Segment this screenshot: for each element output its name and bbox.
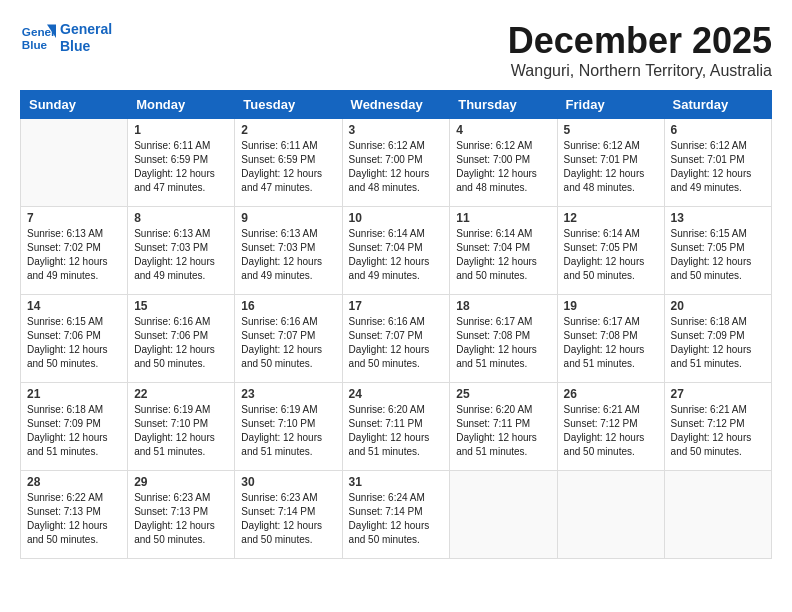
day-number: 22 [134,387,228,401]
calendar-cell: 13Sunrise: 6:15 AM Sunset: 7:05 PM Dayli… [664,207,771,295]
day-number: 20 [671,299,765,313]
logo-general: General [60,21,112,37]
day-number: 1 [134,123,228,137]
day-number: 28 [27,475,121,489]
day-number: 24 [349,387,444,401]
page-header: General Blue General Blue December 2025 … [20,20,772,80]
day-info: Sunrise: 6:16 AM Sunset: 7:06 PM Dayligh… [134,315,228,371]
calendar-cell: 1Sunrise: 6:11 AM Sunset: 6:59 PM Daylig… [128,119,235,207]
day-info: Sunrise: 6:14 AM Sunset: 7:04 PM Dayligh… [456,227,550,283]
calendar-week-4: 21Sunrise: 6:18 AM Sunset: 7:09 PM Dayli… [21,383,772,471]
day-info: Sunrise: 6:24 AM Sunset: 7:14 PM Dayligh… [349,491,444,547]
calendar-cell: 23Sunrise: 6:19 AM Sunset: 7:10 PM Dayli… [235,383,342,471]
day-info: Sunrise: 6:13 AM Sunset: 7:03 PM Dayligh… [241,227,335,283]
calendar-cell: 17Sunrise: 6:16 AM Sunset: 7:07 PM Dayli… [342,295,450,383]
day-number: 4 [456,123,550,137]
day-number: 12 [564,211,658,225]
calendar-cell: 16Sunrise: 6:16 AM Sunset: 7:07 PM Dayli… [235,295,342,383]
location-subtitle: Wanguri, Northern Territory, Australia [508,62,772,80]
day-number: 10 [349,211,444,225]
day-number: 17 [349,299,444,313]
calendar-cell: 2Sunrise: 6:11 AM Sunset: 6:59 PM Daylig… [235,119,342,207]
day-number: 31 [349,475,444,489]
day-number: 23 [241,387,335,401]
day-info: Sunrise: 6:13 AM Sunset: 7:02 PM Dayligh… [27,227,121,283]
calendar-cell [557,471,664,559]
day-number: 13 [671,211,765,225]
calendar-cell: 14Sunrise: 6:15 AM Sunset: 7:06 PM Dayli… [21,295,128,383]
day-number: 8 [134,211,228,225]
calendar-cell: 21Sunrise: 6:18 AM Sunset: 7:09 PM Dayli… [21,383,128,471]
calendar-cell: 6Sunrise: 6:12 AM Sunset: 7:01 PM Daylig… [664,119,771,207]
calendar-cell: 11Sunrise: 6:14 AM Sunset: 7:04 PM Dayli… [450,207,557,295]
day-info: Sunrise: 6:18 AM Sunset: 7:09 PM Dayligh… [27,403,121,459]
day-info: Sunrise: 6:14 AM Sunset: 7:05 PM Dayligh… [564,227,658,283]
day-number: 16 [241,299,335,313]
calendar-cell: 20Sunrise: 6:18 AM Sunset: 7:09 PM Dayli… [664,295,771,383]
day-info: Sunrise: 6:14 AM Sunset: 7:04 PM Dayligh… [349,227,444,283]
calendar-cell [21,119,128,207]
day-info: Sunrise: 6:19 AM Sunset: 7:10 PM Dayligh… [134,403,228,459]
calendar-header-friday: Friday [557,91,664,119]
month-title: December 2025 [508,20,772,62]
calendar-header-sunday: Sunday [21,91,128,119]
day-number: 3 [349,123,444,137]
day-info: Sunrise: 6:19 AM Sunset: 7:10 PM Dayligh… [241,403,335,459]
calendar-cell: 18Sunrise: 6:17 AM Sunset: 7:08 PM Dayli… [450,295,557,383]
calendar-cell: 3Sunrise: 6:12 AM Sunset: 7:00 PM Daylig… [342,119,450,207]
calendar-cell: 29Sunrise: 6:23 AM Sunset: 7:13 PM Dayli… [128,471,235,559]
day-number: 15 [134,299,228,313]
calendar-cell: 30Sunrise: 6:23 AM Sunset: 7:14 PM Dayli… [235,471,342,559]
day-info: Sunrise: 6:15 AM Sunset: 7:06 PM Dayligh… [27,315,121,371]
calendar-cell: 5Sunrise: 6:12 AM Sunset: 7:01 PM Daylig… [557,119,664,207]
day-number: 14 [27,299,121,313]
logo-blue: Blue [60,38,90,54]
calendar-header-monday: Monday [128,91,235,119]
day-info: Sunrise: 6:16 AM Sunset: 7:07 PM Dayligh… [349,315,444,371]
day-info: Sunrise: 6:23 AM Sunset: 7:13 PM Dayligh… [134,491,228,547]
day-number: 11 [456,211,550,225]
calendar-cell: 31Sunrise: 6:24 AM Sunset: 7:14 PM Dayli… [342,471,450,559]
day-number: 5 [564,123,658,137]
logo-text: General Blue [60,21,112,55]
calendar-week-3: 14Sunrise: 6:15 AM Sunset: 7:06 PM Dayli… [21,295,772,383]
logo: General Blue General Blue [20,20,112,56]
calendar-cell [450,471,557,559]
calendar-cell: 12Sunrise: 6:14 AM Sunset: 7:05 PM Dayli… [557,207,664,295]
calendar-cell: 8Sunrise: 6:13 AM Sunset: 7:03 PM Daylig… [128,207,235,295]
calendar-cell: 9Sunrise: 6:13 AM Sunset: 7:03 PM Daylig… [235,207,342,295]
day-info: Sunrise: 6:12 AM Sunset: 7:00 PM Dayligh… [456,139,550,195]
day-number: 2 [241,123,335,137]
calendar-cell: 10Sunrise: 6:14 AM Sunset: 7:04 PM Dayli… [342,207,450,295]
day-number: 18 [456,299,550,313]
calendar-cell: 26Sunrise: 6:21 AM Sunset: 7:12 PM Dayli… [557,383,664,471]
calendar-header-saturday: Saturday [664,91,771,119]
calendar-cell: 27Sunrise: 6:21 AM Sunset: 7:12 PM Dayli… [664,383,771,471]
day-info: Sunrise: 6:20 AM Sunset: 7:11 PM Dayligh… [349,403,444,459]
calendar-header-wednesday: Wednesday [342,91,450,119]
calendar-cell: 25Sunrise: 6:20 AM Sunset: 7:11 PM Dayli… [450,383,557,471]
day-info: Sunrise: 6:23 AM Sunset: 7:14 PM Dayligh… [241,491,335,547]
day-info: Sunrise: 6:18 AM Sunset: 7:09 PM Dayligh… [671,315,765,371]
day-info: Sunrise: 6:12 AM Sunset: 7:00 PM Dayligh… [349,139,444,195]
calendar-header-tuesday: Tuesday [235,91,342,119]
calendar-header-row: SundayMondayTuesdayWednesdayThursdayFrid… [21,91,772,119]
logo-icon: General Blue [20,20,56,56]
day-number: 26 [564,387,658,401]
calendar-table: SundayMondayTuesdayWednesdayThursdayFrid… [20,90,772,559]
day-info: Sunrise: 6:16 AM Sunset: 7:07 PM Dayligh… [241,315,335,371]
day-info: Sunrise: 6:21 AM Sunset: 7:12 PM Dayligh… [671,403,765,459]
day-number: 19 [564,299,658,313]
calendar-cell: 15Sunrise: 6:16 AM Sunset: 7:06 PM Dayli… [128,295,235,383]
day-info: Sunrise: 6:12 AM Sunset: 7:01 PM Dayligh… [671,139,765,195]
calendar-week-1: 1Sunrise: 6:11 AM Sunset: 6:59 PM Daylig… [21,119,772,207]
day-info: Sunrise: 6:12 AM Sunset: 7:01 PM Dayligh… [564,139,658,195]
day-info: Sunrise: 6:17 AM Sunset: 7:08 PM Dayligh… [564,315,658,371]
calendar-cell: 7Sunrise: 6:13 AM Sunset: 7:02 PM Daylig… [21,207,128,295]
calendar-cell: 24Sunrise: 6:20 AM Sunset: 7:11 PM Dayli… [342,383,450,471]
day-number: 21 [27,387,121,401]
calendar-cell: 19Sunrise: 6:17 AM Sunset: 7:08 PM Dayli… [557,295,664,383]
calendar-header-thursday: Thursday [450,91,557,119]
calendar-cell: 22Sunrise: 6:19 AM Sunset: 7:10 PM Dayli… [128,383,235,471]
day-number: 6 [671,123,765,137]
